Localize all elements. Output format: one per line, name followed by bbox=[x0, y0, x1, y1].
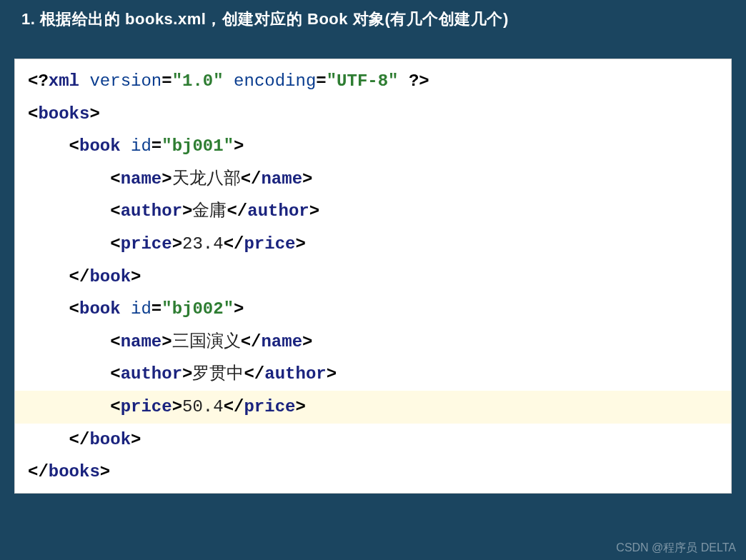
code-line: <author>金庸</author> bbox=[15, 195, 731, 228]
code-line: </books> bbox=[15, 456, 731, 489]
xml-code-block: <?xml version="1.0" encoding="UTF-8" ?> … bbox=[14, 59, 732, 494]
code-line: <book id="bj001"> bbox=[15, 130, 731, 163]
task-heading: 1. 根据给出的 books.xml，创建对应的 Book 对象(有几个创建几个… bbox=[0, 0, 746, 37]
code-line: <name>天龙八部</name> bbox=[15, 163, 731, 196]
code-line: <price>23.4</price> bbox=[15, 228, 731, 261]
code-line: <name>三国演义</name> bbox=[15, 326, 731, 359]
code-line: <price>50.4</price> bbox=[15, 391, 731, 424]
code-line: <books> bbox=[15, 98, 731, 131]
code-line: <book id="bj002"> bbox=[15, 293, 731, 326]
code-line: <author>罗贯中</author> bbox=[15, 358, 731, 391]
code-line: </book> bbox=[15, 424, 731, 456]
code-line: </book> bbox=[15, 261, 731, 294]
watermark-text: CSDN @程序员 DELTA bbox=[616, 541, 736, 556]
code-line: <?xml version="1.0" encoding="UTF-8" ?> bbox=[15, 65, 731, 98]
